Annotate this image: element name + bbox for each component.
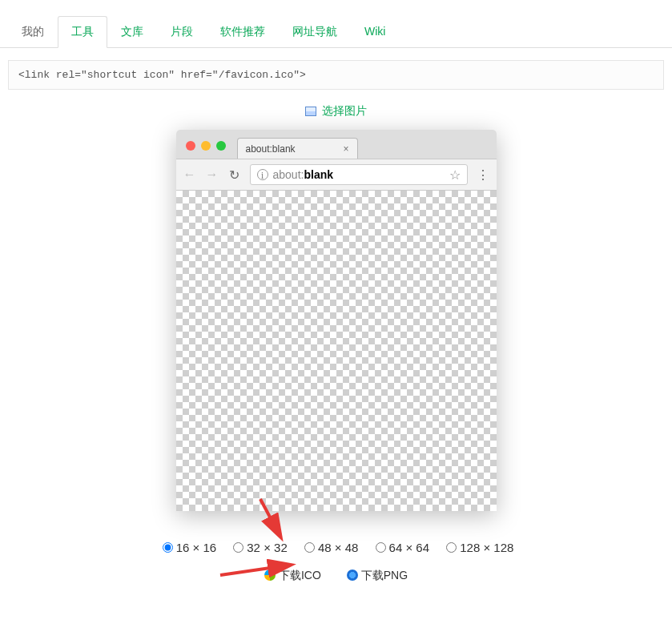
size-64-label: 64 × 64 [389, 541, 429, 554]
tab-my[interactable]: 我的 [8, 16, 58, 48]
tab-close-icon[interactable]: × [344, 143, 349, 155]
close-icon[interactable] [186, 141, 195, 151]
reload-icon[interactable]: ↻ [227, 167, 242, 183]
info-icon[interactable]: i [257, 169, 268, 180]
size-32-radio[interactable] [233, 542, 243, 553]
browser-tab-title: about:blank [246, 143, 296, 155]
bookmark-star-icon[interactable]: ☆ [449, 167, 461, 183]
image-icon [305, 107, 316, 116]
browser-tab[interactable]: about:blank × [237, 138, 358, 159]
download-png-label: 下载PNG [361, 569, 408, 582]
download-png-link[interactable]: 下载PNG [347, 569, 408, 582]
download-row: 下载ICO 下载PNG [0, 566, 672, 599]
tab-nav[interactable]: 网址导航 [279, 16, 351, 48]
browser-chrome: about:blank × ← → ↻ i about:blank ☆ ⋮ [176, 130, 497, 191]
size-64[interactable]: 64 × 64 [372, 541, 429, 554]
menu-icon[interactable]: ⋮ [476, 167, 490, 183]
svg-line-0 [260, 499, 279, 533]
nav-tabs: 我的 工具 文库 片段 软件推荐 网址导航 Wiki [0, 16, 672, 48]
size-128-label: 128 × 128 [460, 541, 513, 554]
size-options: 16 × 16 32 × 32 48 × 48 64 × 64 128 × 12… [0, 535, 672, 566]
size-48-radio[interactable] [304, 542, 315, 553]
browser-preview: about:blank × ← → ↻ i about:blank ☆ ⋮ [176, 130, 497, 511]
size-16-radio[interactable] [163, 542, 173, 553]
arrow-annotation-icon [256, 495, 288, 543]
select-image-link[interactable]: 选择图片 [322, 104, 367, 117]
transparent-canvas [176, 191, 497, 511]
size-128[interactable]: 128 × 128 [442, 541, 513, 554]
window-controls [183, 141, 229, 159]
url-bar[interactable]: i about:blank ☆ [250, 164, 468, 185]
browser-tabstrip: about:blank × [229, 130, 490, 159]
code-snippet-box: <link rel="shortcut icon" href="/favicon… [8, 60, 664, 90]
size-128-radio[interactable] [446, 542, 457, 553]
tab-software[interactable]: 软件推荐 [207, 16, 279, 48]
png-file-icon [347, 570, 358, 581]
maximize-icon[interactable] [216, 141, 226, 151]
select-image-row: 选择图片 [0, 98, 672, 130]
size-16-label: 16 × 16 [176, 541, 216, 554]
browser-toolbar: ← → ↻ i about:blank ☆ ⋮ [176, 159, 497, 191]
tab-wiki[interactable]: Wiki [351, 16, 399, 48]
forward-icon[interactable]: → [205, 167, 219, 182]
size-48[interactable]: 48 × 48 [300, 541, 358, 554]
size-16[interactable]: 16 × 16 [159, 541, 216, 554]
size-48-label: 48 × 48 [318, 541, 358, 554]
tab-snippets[interactable]: 片段 [157, 16, 207, 48]
tab-tools[interactable]: 工具 [58, 16, 107, 48]
minimize-icon[interactable] [201, 141, 211, 151]
url-main: blank [304, 168, 333, 181]
url-prefix: about: [273, 168, 304, 181]
tab-library[interactable]: 文库 [107, 16, 157, 48]
back-icon[interactable]: ← [183, 167, 197, 182]
svg-line-1 [220, 566, 287, 575]
arrow-annotation-icon [216, 559, 296, 583]
size-64-radio[interactable] [376, 542, 386, 553]
browser-titlebar: about:blank × [176, 130, 497, 159]
